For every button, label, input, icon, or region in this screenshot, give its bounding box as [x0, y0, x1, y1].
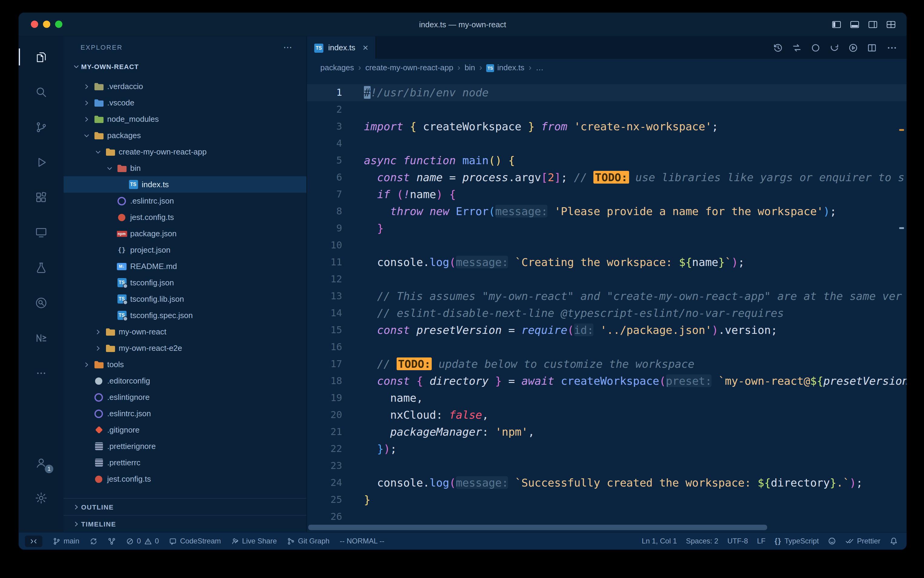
status-sync-changes[interactable]	[90, 537, 97, 545]
status-git-graph[interactable]: Git Graph	[287, 537, 329, 545]
code-line-12[interactable]: 12	[307, 271, 906, 288]
toggle-secondary-sidebar-icon[interactable]	[868, 20, 877, 29]
code-line-11[interactable]: 11 console.log(message: `Creating the wo…	[307, 254, 906, 271]
tree-item-tsconfig-json[interactable]: TStsconfig.json	[63, 274, 306, 291]
tree-item-verdaccio[interactable]: .verdaccio	[63, 78, 306, 94]
activity-settings[interactable]	[19, 486, 63, 510]
horizontal-scrollbar[interactable]	[308, 525, 767, 530]
tree-item-jest-config-ts[interactable]: jest.config.ts	[63, 209, 306, 226]
zoom-window-button[interactable]	[55, 21, 62, 28]
status-indentation[interactable]: Spaces: 2	[686, 537, 718, 545]
tree-item-index-ts[interactable]: TSindex.ts	[63, 176, 306, 193]
line-number[interactable]: 22	[307, 440, 342, 458]
project-section-header[interactable]: MY-OWN-REACT	[63, 58, 306, 75]
status-feedback[interactable]	[828, 537, 837, 545]
chevron-right-icon[interactable]	[92, 344, 104, 352]
activity-more-views[interactable]	[19, 361, 63, 385]
chevron-down-icon[interactable]	[81, 132, 92, 139]
line-number[interactable]: 4	[307, 135, 342, 152]
code-line-9[interactable]: 9 }	[307, 220, 906, 237]
line-number[interactable]: 19	[307, 390, 342, 406]
explorer-more-actions-icon[interactable]: ⋯	[283, 42, 293, 53]
code-line-17[interactable]: 17 // TODO: update below to customize th…	[307, 356, 906, 373]
split-editor-icon[interactable]	[867, 43, 877, 52]
breadcrumb-create-my-own-react-app[interactable]: create-my-own-react-app	[366, 63, 453, 72]
title-bar[interactable]: index.ts — my-own-react	[19, 13, 906, 36]
tree-item-prettierrc[interactable]: .prettierrc	[63, 455, 306, 471]
line-number[interactable]: 18	[307, 373, 342, 390]
outline-section[interactable]: OUTLINE	[63, 498, 306, 515]
code-line-15[interactable]: 15 const presetVersion = require(id: '..…	[307, 322, 906, 339]
line-number[interactable]: 14	[307, 305, 342, 322]
status-language-mode[interactable]: {}TypeScript	[775, 537, 819, 545]
code-line-1[interactable]: 1#!/usr/bin/env node	[307, 84, 906, 101]
activity-accounts[interactable]: 1	[19, 451, 63, 475]
more-actions-icon[interactable]	[886, 42, 898, 54]
chevron-down-icon[interactable]	[92, 148, 104, 156]
activity-remote-explorer[interactable]	[19, 221, 63, 245]
tree-item-bin[interactable]: bin	[63, 160, 306, 176]
timeline-section[interactable]: TIMELINE	[63, 515, 306, 532]
status-encoding[interactable]: UTF-8	[728, 537, 748, 545]
run-file-icon[interactable]	[848, 43, 858, 52]
close-window-button[interactable]	[31, 21, 38, 28]
status-git-branch[interactable]: main	[53, 537, 79, 545]
activity-gitlens[interactable]	[19, 291, 63, 315]
status-cursor-position[interactable]: Ln 1, Col 1	[642, 537, 677, 545]
chevron-down-icon[interactable]	[104, 164, 115, 172]
activity-testing[interactable]	[19, 256, 63, 280]
activity-source-control[interactable]	[19, 115, 63, 140]
tab-index-ts[interactable]: TS index.ts ×	[307, 36, 376, 59]
tree-item-node-modules[interactable]: node_modules	[63, 111, 306, 127]
code-line-16[interactable]: 16	[307, 339, 906, 356]
line-number[interactable]: 24	[307, 474, 342, 491]
tree-item-prettierignore[interactable]: .prettierignore	[63, 438, 306, 455]
status-prettier[interactable]: Prettier	[846, 537, 880, 545]
status-remote-indicator[interactable]	[25, 535, 42, 547]
line-number[interactable]: 9	[307, 220, 342, 237]
tree-item-vscode[interactable]: .vscode	[63, 94, 306, 111]
code-line-19[interactable]: 19 name,	[307, 390, 906, 406]
code-line-4[interactable]: 4	[307, 135, 906, 152]
status-live-share[interactable]: Live Share	[231, 537, 277, 545]
code-line-22[interactable]: 22 });	[307, 440, 906, 458]
chevron-right-icon[interactable]	[81, 361, 92, 368]
chevron-right-icon[interactable]	[81, 99, 92, 106]
tree-item-create-my-own-react-app[interactable]: create-my-own-react-app	[63, 144, 306, 160]
line-number[interactable]: 17	[307, 356, 342, 373]
code-line-10[interactable]: 10	[307, 237, 906, 254]
line-number[interactable]: 5	[307, 152, 342, 169]
line-number[interactable]: 1	[307, 84, 342, 101]
tree-item-tsconfig-lib-json[interactable]: TStsconfig.lib.json	[63, 291, 306, 307]
code-line-5[interactable]: 5async function main() {	[307, 152, 906, 169]
customize-layout-icon[interactable]	[887, 20, 895, 29]
tree-item-packages[interactable]: packages	[63, 127, 306, 144]
tree-item-readme-md[interactable]: M↓README.md	[63, 258, 306, 274]
code-editor[interactable]: 1#!/usr/bin/env node23import { createWor…	[307, 76, 906, 532]
code-line-14[interactable]: 14 // eslint-disable-next-line @typescri…	[307, 305, 906, 322]
tree-item-tools[interactable]: tools	[63, 356, 306, 373]
line-number[interactable]: 25	[307, 491, 342, 508]
code-line-23[interactable]: 23	[307, 458, 906, 474]
minimize-window-button[interactable]	[43, 21, 50, 28]
breadcrumb-packages[interactable]: packages	[320, 63, 354, 72]
tree-item-eslintrc-json[interactable]: .eslintrc.json	[63, 405, 306, 422]
code-line-24[interactable]: 24 console.log(message: `Successfully cr…	[307, 474, 906, 491]
line-number[interactable]: 26	[307, 508, 342, 525]
status-notifications[interactable]	[890, 537, 898, 545]
status-git-graph-view[interactable]	[108, 537, 116, 545]
status-codestream[interactable]: CodeStream	[169, 537, 221, 545]
code-line-25[interactable]: 25}	[307, 491, 906, 508]
code-line-18[interactable]: 18 const { directory } = await createWor…	[307, 373, 906, 390]
open-changes-icon[interactable]	[792, 43, 802, 52]
code-line-6[interactable]: 6 const name = process.argv[2]; // TODO:…	[307, 169, 906, 186]
line-number[interactable]: 12	[307, 271, 342, 288]
chevron-right-icon[interactable]	[81, 115, 92, 123]
tree-item-my-own-react-e2e[interactable]: my-own-react-e2e	[63, 340, 306, 356]
activity-explorer[interactable]	[19, 45, 63, 69]
timeline-history-icon[interactable]	[773, 43, 783, 52]
code-line-7[interactable]: 7 if (!name) {	[307, 186, 906, 203]
tree-item-gitignore[interactable]: .gitignore	[63, 422, 306, 438]
status-eol-sequence[interactable]: LF	[757, 537, 765, 545]
code-line-26[interactable]: 26	[307, 508, 906, 525]
